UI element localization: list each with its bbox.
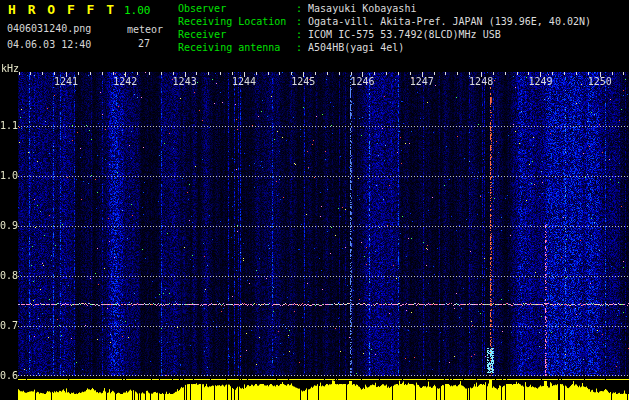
info-value: Ogata-vill. Akita-Pref. JAPAN (139.96E, … <box>308 16 591 27</box>
time-tick-label: 1247 <box>410 76 434 87</box>
freq-tick-label: 0.8 <box>0 270 18 281</box>
time-tick-label: 1243 <box>173 76 197 87</box>
info-label: Observer <box>178 2 296 15</box>
info-row: Receiving antenna: A504HB(yagi 4el) <box>178 41 591 54</box>
info-value: ICOM IC-575 53.7492(8LCD)MHz USB <box>308 29 501 40</box>
info-row: Observer: Masayuki Kobayashi <box>178 2 591 15</box>
info-colon: : <box>296 16 308 27</box>
observer-info-block: Observer: Masayuki KobayashiReceiving Lo… <box>178 2 591 54</box>
time-tick-label: 1250 <box>588 76 612 87</box>
info-colon: : <box>296 3 308 14</box>
meteor-count-value: 27 <box>138 38 150 49</box>
time-tick-label: 1248 <box>469 76 493 87</box>
frequency-axis: 1.11.00.90.80.70.6 <box>0 72 18 376</box>
freq-tick-label: 1.1 <box>0 120 18 131</box>
time-tick-label: 1241 <box>54 76 78 87</box>
time-tick-label: 1245 <box>291 76 315 87</box>
time-tick-label: 1244 <box>232 76 256 87</box>
info-label: Receiving antenna <box>178 41 296 54</box>
output-filename: 0406031240.png <box>7 23 91 34</box>
freq-tick-label: 0.9 <box>0 220 18 231</box>
meteor-count-label: meteor <box>127 24 163 35</box>
info-label: Receiving Location <box>178 15 296 28</box>
info-colon: : <box>296 29 308 40</box>
time-tick-label: 1246 <box>351 76 375 87</box>
time-axis: 1241124212431244124512461247124812491250 <box>18 76 629 88</box>
info-row: Receiving Location: Ogata-vill. Akita-Pr… <box>178 15 591 28</box>
signal-level-canvas <box>18 378 629 400</box>
app-version: 1.00 <box>124 4 151 17</box>
hrofft-screen: H R O F F T 1.00 0406031240.png meteor 2… <box>0 0 629 400</box>
info-colon: : <box>296 42 308 53</box>
freq-tick-label: 0.7 <box>0 320 18 331</box>
time-tick-label: 1242 <box>113 76 137 87</box>
info-value: A504HB(yagi 4el) <box>308 42 404 53</box>
freq-tick-label: 0.6 <box>0 370 18 381</box>
freq-tick-label: 1.0 <box>0 170 18 181</box>
app-title: H R O F F T <box>8 2 116 17</box>
info-label: Receiver <box>178 28 296 41</box>
info-row: Receiver: ICOM IC-575 53.7492(8LCD)MHz U… <box>178 28 591 41</box>
info-value: Masayuki Kobayashi <box>308 3 416 14</box>
spectrogram-canvas <box>18 72 629 376</box>
time-tick-label: 1249 <box>528 76 552 87</box>
date-time: 04.06.03 12:40 <box>7 39 91 50</box>
